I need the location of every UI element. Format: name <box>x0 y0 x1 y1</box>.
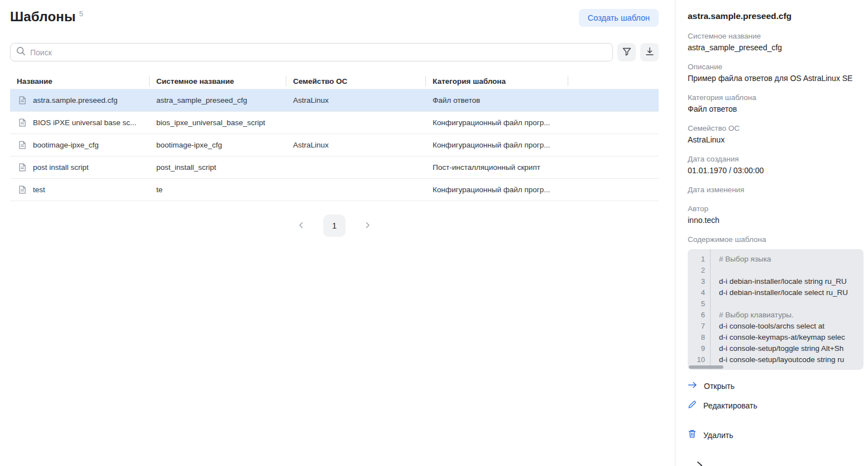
field-author: Автор inno.tech <box>688 205 868 225</box>
filter-button[interactable] <box>617 43 636 61</box>
line-number: 2 <box>688 265 705 276</box>
cell-os-family: AstraLinux <box>286 89 425 111</box>
code-line: d-i debian-installer/locale select ru_RU <box>719 287 864 298</box>
line-number: 7 <box>688 321 705 332</box>
field-label: Дата изменения <box>688 186 868 194</box>
cell-system-name: post_install_script <box>149 156 286 178</box>
code-line <box>719 298 864 310</box>
cell-os-family: AstraLinux <box>286 134 425 156</box>
template-content-viewer[interactable]: 1 2 3 4 5 6 7 8 9 10 # Выбор языка d-i d… <box>688 249 864 370</box>
field-value: AstraLinux <box>688 135 868 144</box>
field-modified-date: Дата изменения <box>688 186 868 194</box>
document-icon <box>18 140 27 150</box>
document-icon <box>18 118 27 127</box>
edit-button-label: Редактировать <box>703 401 757 410</box>
field-category: Категория шаблона Файл ответов <box>688 93 868 113</box>
line-number: 4 <box>688 287 705 298</box>
templates-count-badge: 5 <box>79 9 83 18</box>
search-icon <box>16 46 26 58</box>
field-label: Автор <box>688 205 868 213</box>
col-header-name[interactable]: Название <box>10 73 149 89</box>
cell-category: Пост-инсталляционный скрипт <box>425 156 568 178</box>
field-value: Пример файла ответов для OS AstraLinux S… <box>688 74 868 83</box>
field-label: Категория шаблона <box>688 93 868 102</box>
col-header-os-family[interactable]: Семейство ОС <box>286 73 425 89</box>
field-label: Описание <box>688 63 868 71</box>
cell-name: BIOS iPXE universal base sc... <box>33 118 136 127</box>
col-header-system-name[interactable]: Системное название <box>149 73 286 89</box>
field-os-family: Семейство ОС AstraLinux <box>688 124 868 144</box>
pagination-next-button[interactable] <box>362 218 374 234</box>
cell-name: bootimage-ipxe_cfg <box>33 141 99 149</box>
document-icon <box>18 185 27 194</box>
template-content-section: Содержимое шаблона <box>688 235 868 244</box>
col-header-category[interactable]: Категория шаблона <box>425 73 568 89</box>
delete-button[interactable]: Удалить <box>688 429 868 441</box>
document-icon <box>18 96 27 105</box>
table-row[interactable]: post install script post_install_script … <box>10 156 659 179</box>
arrow-right-icon <box>688 381 697 391</box>
field-label: Дата создания <box>688 155 868 163</box>
cell-system-name: bootimage-ipxe_cfg <box>149 134 286 156</box>
edit-button[interactable]: Редактировать <box>688 400 868 411</box>
field-value: Файл ответов <box>688 104 868 113</box>
horizontal-scrollbar[interactable] <box>689 365 723 369</box>
cell-system-name: astra_sample_preseed_cfg <box>149 89 286 111</box>
chevron-right-icon <box>364 221 372 231</box>
chevron-left-icon <box>297 221 305 231</box>
code-line: d-i console-setup/layoutcode string ru <box>719 354 864 365</box>
cell-name: post install script <box>33 163 89 172</box>
templates-table: Название Системное название Семейство ОС… <box>10 73 659 201</box>
collapse-panel-button[interactable] <box>692 458 707 466</box>
table-header-row: Название Системное название Семейство ОС… <box>10 73 659 89</box>
table-row[interactable]: test te Конфигурационный файл прогр... <box>10 179 659 201</box>
search-box[interactable] <box>10 43 613 61</box>
filter-funnel-icon <box>622 46 632 58</box>
code-line: # Выбор языка <box>719 254 864 265</box>
field-description: Описание Пример файла ответов для OS Ast… <box>688 63 868 83</box>
line-number: 8 <box>688 332 705 343</box>
pencil-icon <box>688 400 697 411</box>
line-number: 6 <box>688 310 705 321</box>
cell-category: Файл ответов <box>425 89 568 111</box>
line-number: 1 <box>688 254 705 265</box>
table-row[interactable]: BIOS iPXE universal base sc... bios_ipxe… <box>10 112 659 134</box>
line-number: 9 <box>688 343 705 354</box>
pagination-page-1[interactable]: 1 <box>323 215 346 237</box>
delete-button-label: Удалить <box>703 431 733 440</box>
templates-page: Шаблоны5 Создать шаблон Название Системн… <box>0 0 675 466</box>
pagination-prev-button[interactable] <box>295 218 307 234</box>
page-title-wrap: Шаблоны5 <box>10 9 83 25</box>
field-system-name: Системное название astra_sample_preseed_… <box>688 32 868 52</box>
code-line: d-i console-setup/toggle string Alt+Sh <box>719 343 864 354</box>
template-content-label: Содержимое шаблона <box>688 235 868 244</box>
cell-category: Конфигурационный файл прогр... <box>425 134 568 156</box>
details-actions: Открыть Редактировать Удалить <box>688 381 868 441</box>
create-template-button[interactable]: Создать шаблон <box>579 9 659 27</box>
table-row[interactable]: bootimage-ipxe_cfg bootimage-ipxe_cfg As… <box>10 134 659 156</box>
table-row[interactable]: astra.sample.preseed.cfg astra_sample_pr… <box>10 89 659 112</box>
code-line: d-i console-tools/archs select at <box>719 321 864 332</box>
cell-category: Конфигурационный файл прогр... <box>425 112 568 134</box>
open-button[interactable]: Открыть <box>688 381 868 391</box>
field-value: inno.tech <box>688 216 868 225</box>
field-label: Системное название <box>688 32 868 40</box>
toolbar <box>10 43 659 61</box>
search-input[interactable] <box>30 48 607 57</box>
line-number: 5 <box>688 298 705 310</box>
code-line <box>719 265 864 276</box>
open-button-label: Открыть <box>704 382 735 391</box>
export-button[interactable] <box>640 43 659 61</box>
code-line: # Выбор клавиатуры. <box>719 310 864 321</box>
col-header-actions <box>568 73 659 89</box>
line-number: 10 <box>688 354 705 365</box>
details-panel: astra.sample.preseed.cfg Системное назва… <box>675 0 868 466</box>
details-title: astra.sample.preseed.cfg <box>688 11 868 21</box>
download-icon <box>645 46 655 58</box>
pagination: 1 <box>10 215 659 237</box>
page-header: Шаблоны5 Создать шаблон <box>10 9 659 27</box>
cell-system-name: te <box>149 179 286 201</box>
code-line-numbers: 1 2 3 4 5 6 7 8 9 10 <box>688 249 711 370</box>
cell-name: astra.sample.preseed.cfg <box>33 96 118 104</box>
code-line: d-i debian-installer/locale string ru_RU <box>719 276 864 287</box>
